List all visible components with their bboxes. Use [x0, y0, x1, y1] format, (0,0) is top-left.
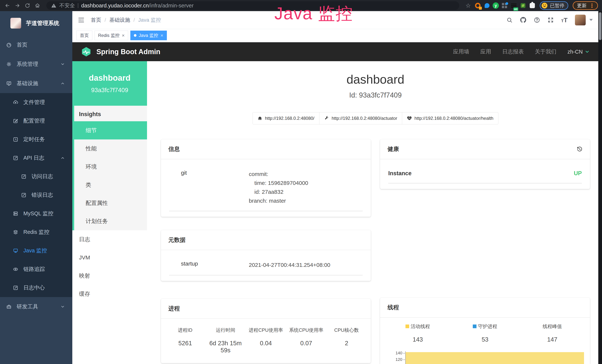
sba-item-caches[interactable]: 缓存	[72, 285, 147, 303]
log-edit-icon	[21, 173, 27, 180]
tab-java-monitor[interactable]: Java 监控 ×	[130, 31, 167, 40]
service-url-button[interactable]: http://192.168.0.2:48080/	[253, 112, 320, 124]
legend-swatch-daemon	[473, 324, 476, 328]
app-logo[interactable]: 芋道管理系统	[0, 11, 72, 35]
cards-column-left: 信息 git commit: time: 1596289704000 id: 2…	[161, 139, 371, 363]
sba-brand-title[interactable]: Spring Boot Admin	[97, 48, 160, 56]
browser-menu-icon[interactable]: ⋮	[589, 2, 595, 9]
sba-nav-applications[interactable]: 应用	[480, 48, 491, 55]
stat-daemon-threads: 守护进程 53	[452, 323, 519, 343]
sidebar-item-api-log[interactable]: API 日志	[0, 149, 72, 167]
sidebar-item-label: 研发工具	[17, 303, 60, 310]
extension-icon-puzzle[interactable]	[528, 2, 536, 9]
sba-item-logs[interactable]: 日志	[72, 230, 147, 248]
emoji-face-icon	[541, 2, 548, 9]
sba-nav-about[interactable]: 关于我们	[535, 48, 556, 55]
extension-icon-grid[interactable]	[501, 2, 508, 9]
extension-icon-green-y[interactable]: y	[493, 2, 499, 9]
health-row[interactable]: Instance UP	[388, 165, 582, 183]
github-icon[interactable]	[520, 17, 526, 23]
extension-icon-orange[interactable]	[474, 2, 482, 9]
sidebar-item-label: 配置管理	[23, 117, 72, 125]
instance-header[interactable]: dashboard 93a3fc7f7409	[72, 61, 147, 106]
forward-icon[interactable]	[13, 1, 22, 10]
page-subtitle: Id: 93a3fc7f7409	[161, 91, 590, 99]
back-icon[interactable]	[3, 1, 11, 10]
app-title: 芋道管理系统	[26, 20, 59, 27]
health-url-button[interactable]: http://192.168.0.2:48080/actuator/health	[402, 112, 498, 124]
sidebar-item-tracing[interactable]: 链路追踪	[0, 260, 72, 278]
hamburger-icon[interactable]	[78, 16, 85, 24]
sba-body: dashboard 93a3fc7f7409 Insights 细节 性能 环境…	[72, 61, 598, 364]
scrollbar-thumb[interactable]	[599, 12, 602, 40]
card-title: 健康	[387, 145, 399, 153]
url-text[interactable]: dashboard.yudao.iocoder.cn/infra/admin-s…	[81, 3, 194, 9]
home-icon	[258, 116, 262, 121]
history-icon[interactable]	[576, 146, 582, 152]
help-icon[interactable]	[534, 17, 540, 23]
close-icon[interactable]: ×	[161, 33, 163, 38]
sidebar-item-label: MySQL 监控	[23, 210, 72, 217]
caret-down-icon[interactable]	[589, 19, 593, 21]
tab-redis-monitor[interactable]: Redis 监控 ×	[95, 31, 128, 40]
stat-system-cpu: 系统CPU使用率 0.07	[286, 327, 326, 354]
breadcrumb-item-infrastructure[interactable]: 基础设施	[109, 17, 130, 23]
sba-item-mappings[interactable]: 映射	[72, 267, 147, 285]
sidebar-item-redis-monitor[interactable]: Redis 监控	[0, 223, 72, 241]
tab-home[interactable]: 首页	[76, 31, 92, 40]
bookmark-star-icon[interactable]: ☆	[464, 1, 472, 10]
user-avatar[interactable]	[575, 15, 586, 25]
sba-item-environment[interactable]: 环境	[74, 158, 147, 176]
address-bar[interactable]: 不安全 dashboard.yudao.iocoder.cn/infra/adm…	[46, 1, 459, 10]
card-title: 信息	[168, 145, 180, 153]
sba-item-details[interactable]: 细节	[72, 121, 147, 139]
sba-item-metrics[interactable]: 性能	[74, 139, 147, 158]
tags-view-bar: 首页 Redis 监控 × Java 监控 ×	[72, 29, 598, 42]
metadata-row-label: startup	[169, 260, 249, 269]
sidebar-item-file-manage[interactable]: 文件管理	[0, 93, 72, 112]
sidebar-item-access-log[interactable]: 访问日志	[0, 167, 72, 186]
browser-update-button[interactable]: 更新 ⋮	[573, 1, 598, 10]
layers-icon	[13, 229, 19, 235]
sidebar-item-java-monitor[interactable]: Java 监控	[0, 241, 72, 260]
sidebar-item-mysql-monitor[interactable]: MySQL 监控	[0, 204, 72, 223]
sidebar-item-dev-tools[interactable]: 研发工具	[0, 297, 72, 316]
profile-paused-badge[interactable]: 已暂停	[540, 1, 568, 10]
sba-nav-journal[interactable]: 日志报表	[502, 48, 524, 55]
page-scrollbar[interactable]	[598, 11, 602, 364]
spring-boot-admin: Spring Boot Admin 应用墙 应用 日志报表 关于我们 zh-CN	[72, 42, 598, 364]
security-label[interactable]: 不安全	[59, 2, 75, 9]
extension-icon-leaf[interactable]	[519, 2, 527, 9]
sba-locale-select[interactable]: zh-CN	[568, 49, 590, 55]
log-edit-icon	[21, 192, 27, 198]
chevron-down-icon	[585, 49, 590, 54]
sba-item-jvm[interactable]: JVM	[72, 248, 147, 267]
font-size-icon[interactable]: TT	[561, 17, 568, 23]
sidebar-item-error-log[interactable]: 错误日志	[0, 186, 72, 204]
chart-area-series	[406, 352, 584, 364]
reload-icon[interactable]	[23, 1, 32, 10]
chart-plot-area	[405, 351, 584, 364]
sba-item-scheduled-tasks[interactable]: 计划任务	[74, 212, 147, 230]
info-row-label: git	[169, 170, 249, 205]
sidebar-item-label: 链路追踪	[23, 266, 72, 273]
sidebar-item-log-center[interactable]: 日志中心	[0, 278, 72, 297]
breadcrumb-item-home[interactable]: 首页	[91, 17, 101, 23]
java-monitor-icon	[13, 248, 19, 254]
sidebar-item-home[interactable]: 首页	[0, 35, 72, 54]
sba-item-classes[interactable]: 类	[74, 176, 147, 194]
breadcrumb-separator: /	[133, 17, 135, 23]
extension-icon-adblock[interactable]: on	[510, 2, 517, 9]
actuator-url-button[interactable]: http://192.168.0.2:48080/actuator	[319, 112, 402, 124]
sidebar-item-infrastructure[interactable]: 基础设施	[0, 74, 72, 93]
close-icon[interactable]: ×	[122, 33, 125, 38]
extension-icon-pin[interactable]	[483, 2, 491, 9]
sidebar-item-config-manage[interactable]: 配置管理	[0, 112, 72, 130]
fullscreen-icon[interactable]	[548, 17, 554, 23]
sidebar-item-system[interactable]: 系统管理	[0, 54, 72, 74]
sidebar-item-scheduled-jobs[interactable]: 定时任务	[0, 130, 72, 149]
search-icon[interactable]	[506, 17, 513, 23]
home-icon[interactable]	[33, 1, 42, 10]
sba-item-config-props[interactable]: 配置属性	[74, 194, 147, 212]
sba-nav-wallboard[interactable]: 应用墙	[453, 48, 469, 55]
